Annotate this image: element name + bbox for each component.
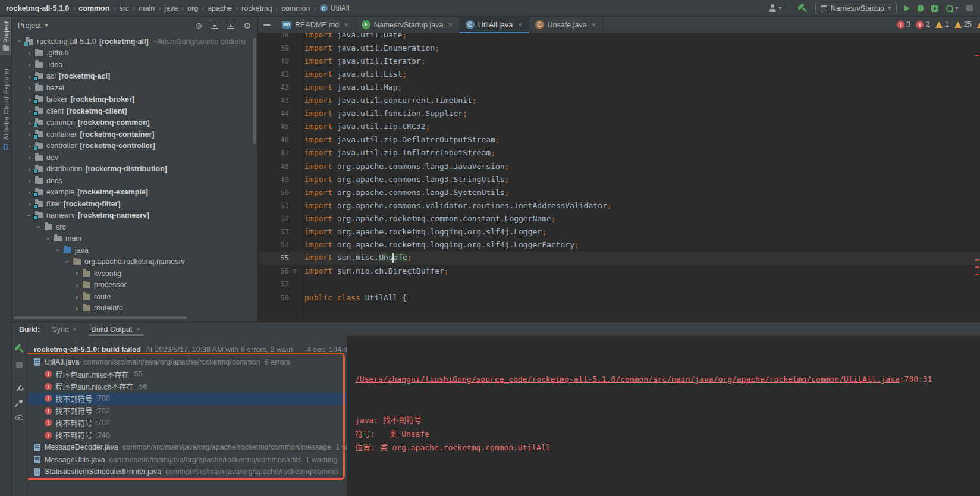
line-number[interactable]: 55 [258,253,289,262]
error-stripe-mark[interactable] [975,274,979,275]
chevron-right-icon[interactable]: › [25,49,34,57]
code-line[interactable]: 56⊖import sun.nio.ch.DirectBuffer; [258,265,980,278]
code-line[interactable]: 44import java.util.function.Supplier; [258,107,980,120]
tree-row[interactable]: ›acl[rocketmq-acl] [12,71,253,83]
chevron-right-icon[interactable]: › [25,84,34,92]
run-button[interactable] [904,5,910,11]
error-count[interactable]: !2 [916,20,930,29]
code-line[interactable]: 38import java.util.Date; [258,33,980,41]
code-line[interactable]: 48import org.apache.commons.lang3.JavaVe… [258,159,980,172]
code-line[interactable]: 55import sun.misc.Unsafe; [258,252,980,265]
tree-row[interactable]: ›example[rocketmq-example] [12,187,253,199]
code-line[interactable]: 41import java.util.List; [258,67,980,80]
run-configuration-select[interactable]: NamesrvStartup [815,2,897,14]
tool-stripe-item-project[interactable]: Project [0,17,11,55]
build-file-row[interactable]: MessageDecoder.javacommon/src/main/java/… [28,441,358,454]
chevron-right-icon[interactable]: › [25,177,34,184]
line-number[interactable]: 56 [258,266,289,275]
chevron-down-icon[interactable]: › [64,258,71,266]
line-number[interactable]: 50 [258,188,289,197]
tree-row[interactable]: ›controller[rocketmq-controller] [12,140,253,152]
line-number[interactable]: 45 [258,122,289,131]
stop-button[interactable] [966,5,973,11]
line-number[interactable]: 58 [258,293,289,302]
coverage-button[interactable] [931,5,938,12]
chevron-right-icon[interactable]: › [25,96,34,103]
chevron-right-icon[interactable]: › [25,142,34,150]
user-menu[interactable] [768,4,782,12]
tree-row[interactable]: ›.github [12,48,253,59]
chevron-right-icon[interactable]: › [73,304,81,312]
chevron-down-icon[interactable]: › [16,37,24,46]
chevron-down-icon[interactable]: › [26,211,33,220]
line-number[interactable]: 47 [258,148,289,157]
tree-row[interactable]: ›processor [12,280,253,291]
error-count[interactable]: !3 [897,20,911,29]
code-editor[interactable]: 38import java.util.Date;39import java.ut… [258,33,980,322]
code-line[interactable]: 39import java.util.Enumeration; [258,41,980,54]
fold-marker-icon[interactable]: ⊖ [289,267,300,275]
chevron-right-icon[interactable]: › [25,153,34,161]
code-line[interactable]: 53import org.apache.rocketmq.logging.org… [258,225,980,238]
chevron-right-icon[interactable]: › [73,293,81,300]
tree-row[interactable]: ›dev [12,152,253,164]
code-line[interactable]: 46import java.util.zip.DeflaterOutputStr… [258,133,980,146]
tree-row[interactable]: ›java [12,244,253,256]
line-number[interactable]: 39 [258,43,289,52]
build-tab-build-output[interactable]: Build Output✕ [92,322,141,336]
tree-row[interactable]: ›src [12,221,253,233]
build-error-row[interactable]: !找不到符号:702 [28,405,358,417]
tab-utilall.java[interactable]: CUtilAll.java✕ [460,17,529,33]
eye-view-options-icon[interactable] [15,415,23,420]
close-icon[interactable]: ✕ [344,21,348,28]
stop-build-icon[interactable] [16,362,23,368]
wrench-settings-icon[interactable] [14,382,24,393]
build-tab-sync[interactable]: Sync✕ [52,322,77,336]
breadcrumb-item[interactable]: common [282,4,310,12]
build-file-row[interactable]: MessageUtils.javacommon/src/main/java/or… [28,454,358,466]
line-number[interactable]: 48 [258,162,289,171]
build-file-row[interactable]: StatisticsItemScheduledPrinter.javacommo… [28,466,358,478]
chevron-right-icon[interactable]: › [25,107,34,115]
line-number[interactable]: 40 [258,56,289,65]
tree-row[interactable]: ›kvconfig [12,268,253,280]
gear-icon[interactable]: ⚙ [243,21,251,30]
code-line[interactable]: 49import org.apache.commons.lang3.String… [258,172,980,186]
build-hammer-icon[interactable] [796,1,809,15]
line-number[interactable]: 52 [258,214,289,223]
chevron-right-icon[interactable]: › [25,165,34,173]
code-line[interactable]: 40import java.util.Iterator; [258,54,980,67]
chevron-right-icon[interactable]: › [25,200,34,208]
breadcrumb-item[interactable]: rocketmq [241,4,272,12]
line-number[interactable]: 42 [258,83,289,92]
chevron-right-icon[interactable]: › [73,269,81,277]
locate-file-icon[interactable]: ⊕ [196,21,203,30]
collapse-all-icon[interactable] [227,23,234,29]
tree-row[interactable]: ›rocketmq-all-5.1.0[rocketmq-all]~/liush… [12,36,253,48]
tree-row[interactable]: ›bazel [12,82,253,94]
tree-row[interactable]: ›routeinfo [12,303,253,314]
chevron-right-icon[interactable]: › [73,281,81,289]
build-error-row[interactable]: !程序包sun.misc不存在:55 [28,368,358,381]
line-number[interactable]: 41 [258,70,289,79]
tree-row[interactable]: ›distribution[rocketmq-distribution] [12,164,253,175]
line-number[interactable]: 38 [258,33,289,39]
line-number[interactable]: 44 [258,109,289,118]
line-number[interactable]: 49 [258,175,289,184]
code-line[interactable]: 52import org.apache.rocketmq.common.cons… [258,212,980,225]
breadcrumb-item[interactable]: java [164,4,178,12]
tree-row[interactable]: ›common[rocketmq-common] [12,117,253,129]
hide-panel-button[interactable] [258,17,276,33]
tree-row[interactable]: ›docs [12,175,253,187]
tree-row[interactable]: ›.idea [12,59,253,71]
line-number[interactable]: 51 [258,201,289,210]
close-icon[interactable]: ✕ [136,326,140,332]
chevron-right-icon[interactable]: › [25,130,34,138]
close-icon[interactable]: ✕ [517,21,522,28]
tree-row[interactable]: ›main [12,233,253,245]
chevron-down-icon[interactable]: › [54,246,62,255]
code-line[interactable]: 58public class UtilAll { [258,291,980,304]
expand-all-icon[interactable] [211,23,218,29]
error-file-link[interactable]: /Users/zhangni/liushiGong/source_code/ro… [355,375,900,384]
error-stripe-mark[interactable] [975,55,979,56]
